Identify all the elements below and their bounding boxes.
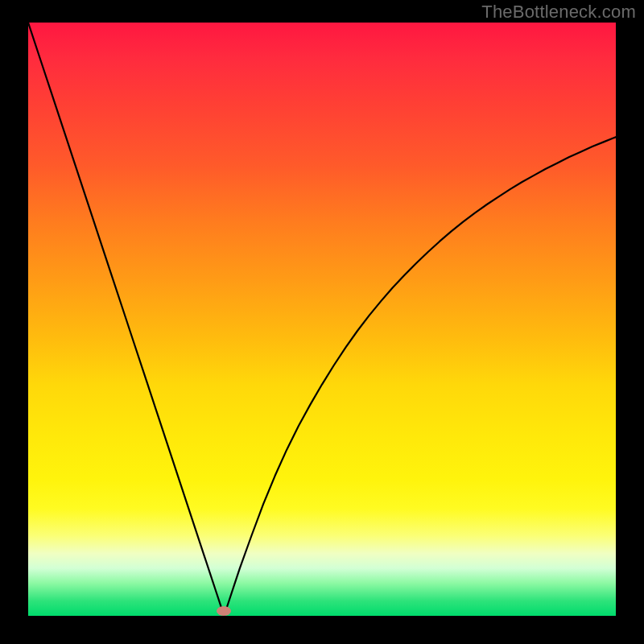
optimum-marker-icon [217,606,231,616]
chart-frame: TheBottleneck.com [0,0,644,644]
bottleneck-curve [28,23,616,616]
plot-area [28,23,616,616]
watermark-label: TheBottleneck.com [481,2,636,23]
